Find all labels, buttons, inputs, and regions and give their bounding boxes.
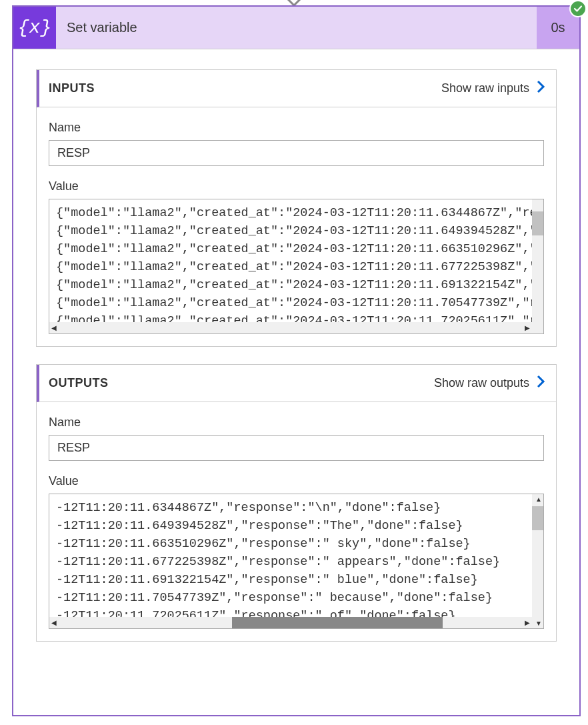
- scroll-down-icon[interactable]: ▼: [535, 620, 542, 627]
- scroll-left-icon[interactable]: ◀: [49, 324, 59, 331]
- inputs-panel: INPUTS Show raw inputs Name RESP Value {…: [36, 69, 557, 347]
- success-badge-icon: [569, 0, 587, 17]
- outputs-panel: OUTPUTS Show raw outputs Name RESP Value…: [36, 364, 557, 642]
- outputs-value-label: Value: [49, 474, 544, 488]
- inputs-name-label: Name: [49, 121, 544, 135]
- scroll-left-icon[interactable]: ◀: [49, 619, 59, 626]
- card-title: Set variable: [56, 7, 537, 49]
- chevron-right-icon: [536, 79, 547, 97]
- set-variable-icon: {x}: [13, 7, 56, 49]
- scrollbar-horizontal[interactable]: ◀ ▶: [49, 322, 532, 333]
- action-card: {x} Set variable 0s INPUTS Show raw inpu…: [12, 5, 581, 716]
- inputs-value-textarea[interactable]: {"model":"llama2","created_at":"2024-03-…: [49, 199, 544, 334]
- show-raw-inputs-link[interactable]: Show raw inputs: [441, 79, 547, 97]
- inputs-title: INPUTS: [39, 81, 95, 95]
- scrollbar-vertical[interactable]: [532, 199, 543, 333]
- scrollbar-vertical[interactable]: ▲ ▼: [532, 494, 543, 628]
- scrollbar-horizontal[interactable]: ◀ ▶: [49, 617, 532, 628]
- scroll-up-icon[interactable]: ▲: [535, 496, 542, 503]
- outputs-title: OUTPUTS: [39, 376, 109, 390]
- scroll-right-icon[interactable]: ▶: [523, 324, 532, 331]
- chevron-right-icon: [536, 374, 547, 392]
- outputs-name-value[interactable]: RESP: [49, 435, 544, 461]
- card-header[interactable]: {x} Set variable 0s: [13, 7, 579, 49]
- outputs-name-label: Name: [49, 416, 544, 430]
- show-raw-outputs-link[interactable]: Show raw outputs: [434, 374, 547, 392]
- inputs-name-value[interactable]: RESP: [49, 140, 544, 166]
- scroll-right-icon[interactable]: ▶: [523, 619, 532, 626]
- inputs-value-label: Value: [49, 179, 544, 193]
- outputs-value-textarea[interactable]: -12T11:20:11.6344867Z","response":"\n","…: [49, 494, 544, 629]
